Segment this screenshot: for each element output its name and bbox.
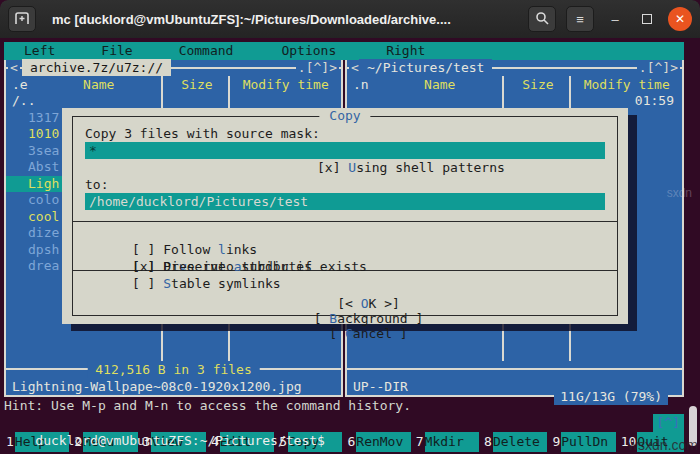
mc-menubar: Left File Command Options Right: [4, 42, 684, 60]
watermark: wsxdn.com: [628, 437, 698, 453]
left-panel-updir-control[interactable]: .[^]>: [296, 60, 339, 76]
right-panel-top: < ~/Pictures/test .[^]>: [347, 60, 682, 76]
right-mini-separator-line: [347, 368, 682, 370]
left-col-name[interactable]: Name: [34, 76, 163, 93]
right-mini-separator: [347, 361, 682, 378]
right-col-size[interactable]: Size: [504, 76, 571, 93]
source-mask-label: Copy 3 files with source mask:: [85, 125, 605, 142]
fkey-num: 9: [550, 432, 561, 452]
checkbox-text: ttributes: [242, 259, 312, 274]
checkbox-text: sing shell patterns: [356, 160, 505, 175]
button-text: [<: [337, 296, 360, 311]
button-text: K >]: [368, 296, 399, 311]
copy-dialog-frame: Copy Copy 3 files with source mask: * [x…: [72, 116, 618, 316]
fkey-label: PullDn: [561, 432, 615, 452]
shell-patterns-checkbox[interactable]: [x] Using shell patterns: [317, 159, 605, 176]
hotkey-letter: a: [234, 259, 242, 274]
button-text: ackground ]: [337, 311, 423, 326]
preserve-attributes-checkbox[interactable]: [x] Preserve attributes: [132, 258, 364, 275]
left-sort-indicator[interactable]: .e: [6, 76, 34, 93]
left-selection-stats: 412,516 B in 3 files: [87, 361, 260, 378]
maximize-button[interactable]: [636, 8, 658, 30]
shell-prompt[interactable]: ducklord@vmUbuntuZFS:~/Pictures/test$: [35, 433, 325, 448]
menu-button[interactable]: ≡: [566, 6, 594, 32]
checkbox-text: [ ] Follow: [132, 242, 218, 257]
fkey-label: RenMov: [356, 432, 410, 452]
checkbox-text: [ ]: [132, 276, 163, 291]
search-icon: [535, 11, 549, 28]
minimize-icon: –: [611, 12, 618, 27]
hamburger-icon: ≡: [576, 12, 584, 27]
copy-dialog: Copy Copy 3 files with source mask: * [x…: [62, 108, 628, 324]
right-disk-usage: 11G/13G (79%): [554, 388, 668, 405]
menu-left[interactable]: Left: [16, 42, 63, 60]
right-col-name[interactable]: Name: [375, 76, 504, 93]
fkey-num: 8: [482, 432, 493, 452]
left-panel-top: < archive.7z/u7z:// .[^]>: [6, 60, 341, 76]
new-tab-icon: [14, 11, 30, 28]
menu-right[interactable]: Right: [378, 42, 433, 60]
right-column-headers: .n Name Size Modify time: [347, 76, 682, 93]
window-titlebar: mc [ducklord@vmUbuntuZFS]:~/Pictures/Dow…: [0, 0, 700, 38]
right-panel-updir-control[interactable]: .[^]>: [637, 60, 680, 76]
button-text: [: [329, 326, 345, 341]
ok-button[interactable]: [< OK >]: [337, 296, 400, 311]
close-icon: ✕: [675, 12, 685, 26]
maximize-icon: [642, 14, 652, 24]
menu-options[interactable]: Options: [273, 42, 344, 60]
fkey-delete[interactable]: 8Delete: [482, 432, 547, 452]
command-line[interactable]: ducklord@vmUbuntuZFS:~/Pictures/test$ [^…: [4, 414, 684, 432]
right-col-time[interactable]: Modify time: [571, 76, 682, 93]
hotkey-letter: C: [345, 326, 353, 341]
fkey-label: Mkdir: [425, 432, 479, 452]
left-column-headers: .e Name Size Modify time: [6, 76, 341, 93]
fkey-num: 6: [345, 432, 356, 452]
right-panel-path[interactable]: ~/Pictures/test: [359, 59, 492, 76]
left-panel-path[interactable]: archive.7z/u7z://: [22, 59, 171, 76]
source-mask-input[interactable]: *: [85, 142, 605, 159]
minimize-button[interactable]: –: [604, 8, 626, 30]
menu-command[interactable]: Command: [171, 42, 242, 60]
hotkey-letter: S: [163, 276, 171, 291]
dialog-button-row: [< OK >] [ Background ] [ Cancel ]: [73, 281, 617, 356]
close-button[interactable]: ✕: [668, 7, 692, 31]
button-text: ancel ]: [353, 326, 408, 341]
right-sort-indicator[interactable]: .n: [347, 76, 375, 93]
left-col-size[interactable]: Size: [163, 76, 230, 93]
left-current-file: Lightning-Wallpape~08c0-1920x1200.jpg: [6, 378, 341, 395]
fkey-pulldn[interactable]: 9PullDn: [550, 432, 615, 452]
follow-links-checkbox[interactable]: [ ] Follow links: [132, 241, 364, 258]
checkbox-text: [x] Preserve: [132, 259, 234, 274]
menu-file[interactable]: File: [93, 42, 140, 60]
left-panel-back-arrow[interactable]: <: [8, 60, 20, 76]
search-button[interactable]: [528, 6, 556, 32]
fkey-mkdir[interactable]: 7Mkdir: [414, 432, 479, 452]
panel-toggle-button[interactable]: [^]: [653, 414, 684, 432]
button-text: [: [314, 311, 330, 326]
left-col-time[interactable]: Modify time: [230, 76, 341, 93]
dialog-divider: [73, 221, 617, 222]
checkbox-text: table symlinks: [171, 276, 281, 291]
new-tab-button[interactable]: [8, 6, 36, 32]
cancel-button[interactable]: [ Cancel ]: [329, 326, 407, 341]
dialog-title: Copy: [319, 108, 370, 124]
window-title: mc [ducklord@vmUbuntuZFS]:~/Pictures/Dow…: [52, 12, 520, 27]
hotkey-letter: U: [348, 160, 356, 175]
fkey-num: 7: [414, 432, 425, 452]
stable-symlinks-checkbox[interactable]: [ ] Stable symlinks: [132, 276, 281, 291]
to-label: to:: [85, 176, 605, 193]
left-mini-separator: 412,516 B in 3 files: [6, 361, 341, 378]
background-button[interactable]: [ Background ]: [314, 311, 424, 326]
checkbox-text: inks: [226, 242, 257, 257]
hotkey-letter: l: [218, 242, 226, 257]
watermark-side: sxdn: [667, 186, 692, 200]
checkbox-text: [x]: [317, 160, 348, 175]
hotkey-letter: B: [329, 311, 337, 326]
fkey-renmov[interactable]: 6RenMov: [345, 432, 410, 452]
destination-input[interactable]: /home/ducklord/Pictures/test: [85, 193, 605, 210]
fkey-label: Delete: [493, 432, 547, 452]
checkbox-row: [ ] Follow links [ ] Dive into subdir if…: [85, 224, 605, 241]
